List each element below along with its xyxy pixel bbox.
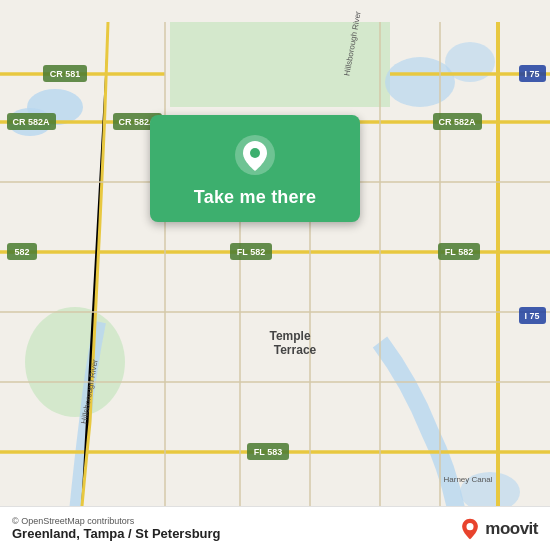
svg-text:FL 582: FL 582: [237, 247, 265, 257]
svg-text:I 75: I 75: [524, 311, 539, 321]
svg-text:Harney Canal: Harney Canal: [444, 475, 493, 484]
svg-text:CR 581: CR 581: [50, 69, 81, 79]
svg-point-48: [250, 148, 260, 158]
map-background: CR 581 CR 582A CR 582A CR 582A 582 FL 58…: [0, 0, 550, 550]
svg-point-49: [467, 523, 474, 530]
svg-text:Temple: Temple: [269, 329, 310, 343]
moovit-pin-icon: [459, 518, 481, 540]
svg-point-6: [25, 307, 125, 417]
svg-text:Terrace: Terrace: [274, 343, 317, 357]
svg-text:FL 583: FL 583: [254, 447, 282, 457]
moovit-brand-text: moovit: [485, 519, 538, 539]
svg-point-4: [385, 57, 455, 107]
svg-text:I 75: I 75: [524, 69, 539, 79]
map-container: CR 581 CR 582A CR 582A CR 582A 582 FL 58…: [0, 0, 550, 550]
svg-text:CR 582A: CR 582A: [438, 117, 476, 127]
bottom-left-info: © OpenStreetMap contributors Greenland, …: [12, 516, 221, 541]
osm-attribution: © OpenStreetMap contributors: [12, 516, 221, 526]
moovit-logo: moovit: [459, 518, 538, 540]
bottom-bar: © OpenStreetMap contributors Greenland, …: [0, 506, 550, 550]
svg-text:FL 582: FL 582: [445, 247, 473, 257]
svg-point-5: [445, 42, 495, 82]
svg-text:CR 582A: CR 582A: [12, 117, 50, 127]
take-me-there-button[interactable]: Take me there: [194, 187, 316, 208]
location-card[interactable]: Take me there: [150, 115, 360, 222]
svg-text:582: 582: [14, 247, 29, 257]
location-name: Greenland, Tampa / St Petersburg: [12, 526, 221, 541]
location-pin-icon: [233, 133, 277, 177]
